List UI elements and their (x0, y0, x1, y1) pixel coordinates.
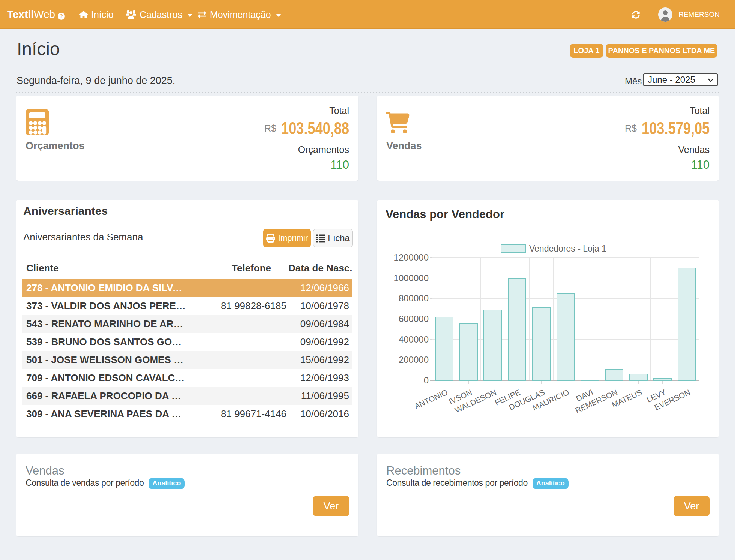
svg-text:1200000: 1200000 (394, 252, 429, 262)
svg-text:Vendedores - Loja 1: Vendedores - Loja 1 (529, 244, 606, 253)
svg-text:1000000: 1000000 (394, 273, 429, 283)
svg-text:600000: 600000 (399, 314, 429, 324)
svg-text:0: 0 (424, 375, 429, 385)
svg-text:200000: 200000 (399, 355, 429, 365)
svg-text:800000: 800000 (399, 293, 429, 303)
svg-text:ANTONIO: ANTONIO (413, 388, 449, 410)
svg-text:400000: 400000 (399, 334, 429, 344)
